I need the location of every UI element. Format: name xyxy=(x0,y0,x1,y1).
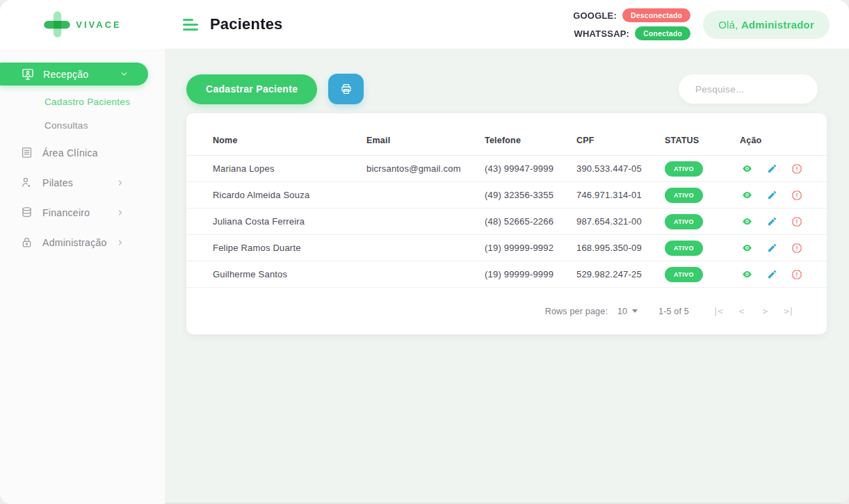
table-pagination: Rows per page: 10 1-5 of 5 |< < > >| xyxy=(186,288,827,334)
edit-button[interactable] xyxy=(766,162,779,175)
deactivate-button[interactable] xyxy=(790,241,804,255)
user-greeting-button[interactable]: Olá, Administrador xyxy=(703,10,830,39)
eye-icon xyxy=(741,216,753,227)
search-input[interactable] xyxy=(679,74,818,104)
deactivate-button[interactable] xyxy=(790,215,804,229)
eye-icon xyxy=(741,189,753,201)
greeting-username: Administrador xyxy=(741,19,814,31)
brand-name: VIVACE xyxy=(76,19,121,30)
toolbar: Cadastrar Paciente xyxy=(186,74,818,104)
column-header-email: Email xyxy=(366,136,485,145)
sidebar-item-label: Área Clínica xyxy=(42,147,98,158)
menu-toggle-button[interactable] xyxy=(183,19,198,31)
table-row: Felipe Ramos Duarte (19) 99999-9992 168.… xyxy=(186,235,827,261)
person-icon xyxy=(20,176,33,189)
pencil-icon xyxy=(767,269,777,279)
whatsapp-status-badge: Conectado xyxy=(635,26,690,40)
next-page-button[interactable]: > xyxy=(757,306,773,316)
patients-table-card: Nome Email Telefone CPF STATUS Ação Mari… xyxy=(186,113,827,334)
deactivate-button[interactable] xyxy=(790,188,804,202)
status-badge: ATIVO xyxy=(665,161,703,177)
cell-phone: (43) 99947-9999 xyxy=(485,163,576,174)
cell-phone: (19) 99999-9992 xyxy=(485,243,576,253)
reception-desk-icon xyxy=(21,67,35,81)
view-button[interactable] xyxy=(740,188,754,202)
app-window: VIVACE Pacientes GOOGLE: Desconectado WH… xyxy=(0,0,849,504)
cell-name: Mariana Lopes xyxy=(213,163,366,174)
connection-status: GOOGLE: Desconectado WHATSSAP: Conectado xyxy=(573,8,690,40)
chevron-right-icon xyxy=(116,209,124,217)
cell-phone: (48) 52665-2266 xyxy=(485,216,576,227)
pagination-nav: |< < > >| xyxy=(710,306,796,316)
print-button[interactable] xyxy=(328,74,364,104)
chevron-right-icon xyxy=(116,238,124,247)
sidebar-item-financeiro[interactable]: Financeiro xyxy=(0,197,165,227)
whatsapp-status-row: WHATSSAP: Conectado xyxy=(574,26,691,40)
sidebar-item-recepcao[interactable]: Recepção xyxy=(0,63,148,86)
whatsapp-label: WHATSSAP: xyxy=(574,29,630,39)
greeting-prefix: Olá, xyxy=(718,19,741,31)
chevron-down-icon xyxy=(120,70,129,79)
pencil-icon xyxy=(767,190,777,200)
sidebar-item-label: Recepção xyxy=(43,69,88,80)
sidebar-subitems: Cadastro Pacientes Consultas xyxy=(45,97,165,131)
cell-name: Ricardo Almeida Souza xyxy=(213,190,366,200)
view-button[interactable] xyxy=(740,214,754,229)
eye-icon xyxy=(741,163,753,174)
table-header-row: Nome Email Telefone CPF STATUS Ação xyxy=(186,113,827,156)
sidebar-item-area-clinica[interactable]: Área Clínica xyxy=(0,138,165,168)
alert-octagon-icon xyxy=(791,269,802,280)
sidebar-item-consultas[interactable]: Consultas xyxy=(45,120,165,131)
header-right: GOOGLE: Desconectado WHATSSAP: Conectado… xyxy=(573,8,849,40)
row-actions xyxy=(740,161,804,176)
view-button[interactable] xyxy=(740,161,754,176)
dropdown-caret-icon xyxy=(632,309,638,313)
coins-stack-icon xyxy=(20,206,33,219)
google-label: GOOGLE: xyxy=(573,10,617,21)
edit-button[interactable] xyxy=(766,241,779,254)
hamburger-icon xyxy=(183,19,193,21)
edit-button[interactable] xyxy=(766,188,779,202)
status-badge: ATIVO xyxy=(665,267,703,282)
last-page-button[interactable]: >| xyxy=(781,306,796,316)
logo-cross-icon xyxy=(43,10,71,38)
cell-cpf: 987.654.321-00 xyxy=(576,216,665,227)
sidebar-item-administracao[interactable]: Administração xyxy=(0,227,165,257)
printer-icon xyxy=(340,83,353,95)
cell-email: bicrsantos@gmail.com xyxy=(366,163,485,174)
eye-icon xyxy=(741,242,753,254)
row-actions xyxy=(740,188,804,202)
column-header-telefone: Telefone xyxy=(485,136,576,145)
first-page-button[interactable]: |< xyxy=(710,306,725,316)
deactivate-button[interactable] xyxy=(790,268,804,282)
sidebar-item-cadastro-pacientes[interactable]: Cadastro Pacientes xyxy=(45,97,165,107)
sidebar-item-label: Financeiro xyxy=(42,207,90,218)
sidebar-nav-group: Área Clínica Pilates xyxy=(0,138,165,257)
brand-logo: VIVACE xyxy=(0,10,165,38)
alert-octagon-icon xyxy=(791,190,802,201)
cell-name: Guilherme Santos xyxy=(213,269,366,279)
edit-button[interactable] xyxy=(766,215,779,228)
column-header-cpf: CPF xyxy=(576,136,665,145)
sidebar-item-label: Pilates xyxy=(42,177,73,188)
sidebar-item-pilates[interactable]: Pilates xyxy=(0,168,165,197)
column-header-status: STATUS xyxy=(665,136,740,145)
sidebar-item-label: Administração xyxy=(42,237,107,248)
cell-cpf: 390.533.447-05 xyxy=(576,163,665,174)
edit-button[interactable] xyxy=(766,268,779,281)
table-row: Mariana Lopes bicrsantos@gmail.com (43) … xyxy=(186,156,827,182)
page-title: Pacientes xyxy=(210,15,283,33)
view-button[interactable] xyxy=(740,241,754,255)
register-patient-button[interactable]: Cadastrar Paciente xyxy=(186,74,317,104)
status-badge: ATIVO xyxy=(665,214,703,229)
clinical-document-icon xyxy=(20,146,33,159)
prev-page-button[interactable]: < xyxy=(734,306,749,316)
table-row: Guilherme Santos (19) 99999-9999 529.982… xyxy=(186,261,827,288)
top-header: VIVACE Pacientes GOOGLE: Desconectado WH… xyxy=(0,0,849,49)
rows-per-page-value: 10 xyxy=(617,307,627,316)
view-button[interactable] xyxy=(740,267,754,282)
deactivate-button[interactable] xyxy=(790,162,804,176)
status-badge: ATIVO xyxy=(665,241,703,256)
alert-octagon-icon xyxy=(791,243,802,254)
rows-per-page-select[interactable]: 10 xyxy=(617,307,638,316)
